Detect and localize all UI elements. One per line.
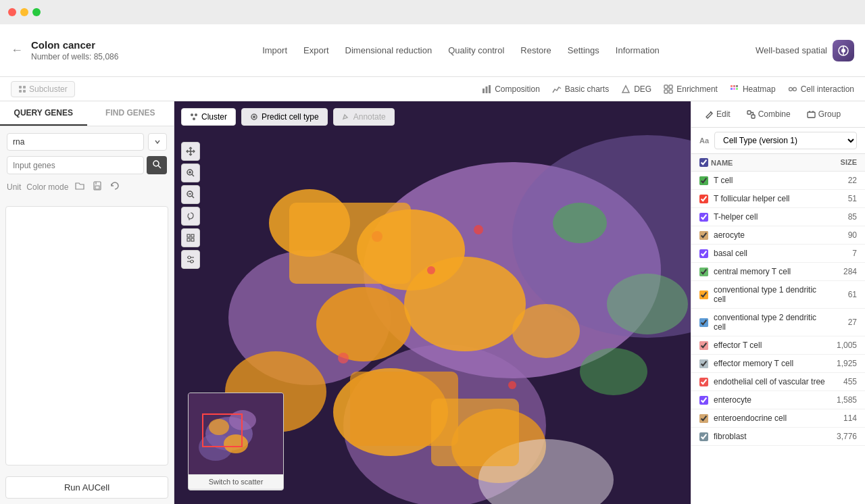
cluster-tool[interactable]: Cluster	[181, 108, 236, 126]
move-icon	[186, 147, 195, 156]
toolbar-composition[interactable]: Composition	[482, 84, 540, 94]
svg-rect-28	[95, 186, 99, 189]
svg-rect-69	[191, 234, 194, 237]
grid-tool[interactable]	[181, 228, 200, 247]
rna-select[interactable]: rna	[7, 133, 144, 151]
cell-size: 85	[830, 212, 857, 222]
predict-cell-type-tool[interactable]: Predict cell type	[241, 108, 328, 126]
svg-rect-68	[187, 234, 190, 237]
toolbar-enrichment[interactable]: Enrichment	[664, 84, 718, 94]
cell-checkbox[interactable]	[699, 318, 708, 327]
tab-find-genes[interactable]: FIND GENES	[87, 101, 174, 126]
cell-type-dropdown[interactable]: Cell Type (version 1)	[714, 132, 857, 149]
svg-rect-70	[187, 238, 190, 241]
app-subtitle: Number of wells: 85,086	[31, 52, 166, 61]
edit-button[interactable]: Edit	[699, 107, 736, 122]
toolbar-basic-charts[interactable]: Basic charts	[552, 84, 609, 94]
list-item: conventional type 2 dendritic cell 27	[691, 309, 865, 336]
dropdown-button[interactable]	[148, 133, 167, 151]
composition-icon	[482, 84, 491, 94]
cell-checkbox[interactable]	[699, 341, 708, 350]
nav-settings[interactable]: Settings	[568, 45, 599, 55]
zoom-out-icon	[186, 190, 195, 199]
svg-point-37	[404, 257, 526, 351]
deg-icon	[621, 84, 631, 94]
group-button[interactable]: Group	[801, 107, 846, 122]
maximize-button[interactable]	[32, 8, 41, 16]
titlebar	[0, 0, 865, 24]
cell-checkbox[interactable]	[699, 432, 708, 441]
zoom-out-tool[interactable]	[181, 185, 200, 204]
nav-information[interactable]: Information	[616, 45, 660, 55]
search-button[interactable]	[147, 156, 167, 174]
adjust-tool[interactable]	[181, 250, 200, 269]
run-aucell-button[interactable]: Run AUCell	[5, 476, 168, 499]
cell-name: central memory T cell	[714, 267, 830, 276]
svg-point-1	[841, 49, 845, 53]
close-button[interactable]	[8, 8, 16, 16]
cell-name: enterocyte	[714, 395, 830, 405]
cell-checkbox[interactable]	[699, 414, 708, 423]
list-item: enterocyte 1,585	[691, 391, 865, 409]
folder-icon[interactable]	[74, 180, 86, 194]
zoom-in-icon	[186, 168, 195, 178]
cell-checkbox[interactable]	[699, 378, 708, 386]
minimap-view	[189, 393, 283, 474]
list-item: effector memory T cell 1,925	[691, 355, 865, 373]
nav-dimensional-reduction[interactable]: Dimensional reduction	[345, 45, 432, 55]
nav-quality-control[interactable]: Quality control	[448, 45, 504, 55]
minimize-button[interactable]	[20, 8, 28, 16]
list-item: endothelial cell of vascular tree 455	[691, 373, 865, 391]
color-mode-label: Color mode	[26, 182, 68, 192]
tab-query-genes[interactable]: QUERY GENES	[0, 101, 87, 126]
save-icon[interactable]	[91, 180, 103, 194]
cell-checkbox[interactable]	[699, 396, 708, 405]
cell-name: endothelial cell of vascular tree	[714, 377, 830, 386]
back-button[interactable]: ←	[11, 43, 23, 57]
cell-checkbox[interactable]	[699, 268, 708, 276]
gene-input[interactable]	[7, 156, 144, 174]
minimap[interactable]: Switch to scatter	[188, 393, 284, 490]
cell-checkbox[interactable]	[699, 249, 708, 258]
zoom-in-tool[interactable]	[181, 163, 200, 182]
cell-size: 27	[830, 318, 857, 327]
combine-button[interactable]: Combine	[741, 107, 796, 122]
cell-checkbox[interactable]	[699, 213, 708, 222]
toolbar-deg[interactable]: DEG	[621, 84, 651, 94]
reset-icon[interactable]	[109, 180, 121, 194]
cell-name: T-helper cell	[714, 212, 830, 222]
move-tool[interactable]	[181, 142, 200, 161]
cell-size: 61	[830, 290, 857, 299]
annotate-tool[interactable]: Annotate	[333, 108, 395, 126]
cell-checkbox[interactable]	[699, 176, 708, 185]
toolbar-heatmap[interactable]: Heatmap	[730, 84, 776, 94]
nav-import[interactable]: Import	[262, 45, 287, 55]
cell-checkbox[interactable]	[699, 359, 708, 368]
cell-checkbox[interactable]	[699, 231, 708, 240]
cell-name: aerocyte	[714, 230, 830, 240]
cell-name: effector memory T cell	[714, 359, 830, 368]
svg-point-21	[789, 87, 792, 91]
brand-label: Well-based spatial	[756, 45, 827, 55]
svg-rect-71	[191, 238, 194, 241]
nav-restore[interactable]: Restore	[520, 45, 551, 55]
svg-point-57	[193, 118, 195, 120]
lasso-tool[interactable]	[181, 207, 200, 226]
th-size: SIZE	[841, 158, 857, 167]
center-canvas[interactable]: Cluster Predict cell type Annotate	[174, 101, 691, 504]
cell-name: T cell	[714, 176, 830, 185]
svg-rect-6	[19, 90, 22, 93]
cell-interaction-icon	[788, 84, 797, 94]
svg-rect-11	[664, 85, 668, 89]
cell-checkbox[interactable]	[699, 291, 708, 299]
switch-to-scatter-button[interactable]: Switch to scatter	[189, 474, 283, 488]
nav-export[interactable]: Export	[303, 45, 329, 55]
subcluster-button[interactable]: Subcluster	[11, 81, 75, 97]
svg-rect-14	[669, 90, 672, 93]
combine-icon	[747, 110, 756, 119]
cell-checkbox[interactable]	[699, 195, 708, 203]
toolbar-cell-interaction[interactable]: Cell interaction	[788, 84, 854, 94]
svg-point-56	[195, 114, 197, 116]
select-all-checkbox[interactable]	[699, 158, 708, 167]
svg-point-73	[188, 256, 191, 259]
